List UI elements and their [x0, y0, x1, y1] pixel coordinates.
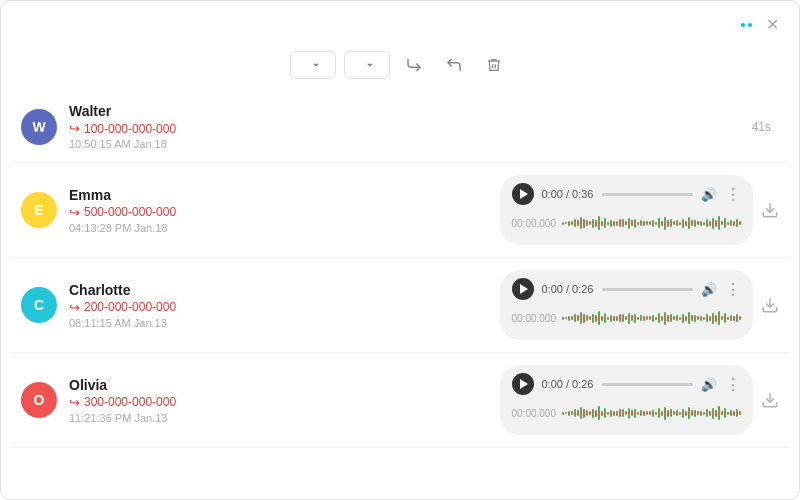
waveform-row-olivia: 00:00.000 — [512, 399, 742, 427]
volume-icon-emma[interactable]: 🔊 — [701, 187, 717, 202]
waveform-olivia — [562, 399, 741, 427]
outgoing-arrow-icon: ↪ — [69, 121, 80, 136]
download-icon-olivia[interactable] — [761, 391, 779, 409]
avatar-walter: W — [21, 109, 57, 145]
waveform-row-emma: 00:00.000 — [512, 209, 742, 237]
call-number-charlotte: ↪ 200-000-000-000 — [69, 300, 488, 315]
filter-calls-dropdown[interactable] — [344, 51, 390, 79]
call-name-olivia: Olivia — [69, 377, 488, 393]
audio-player-wrap-charlotte: 0:00 / 0:26🔊⋮00:00.000 — [500, 270, 780, 340]
audio-time-emma: 0:00 / 0:36 — [542, 188, 594, 200]
delete-button[interactable] — [478, 49, 510, 81]
play-button-emma[interactable] — [512, 183, 534, 205]
call-time-charlotte: 08:11:15 AM Jan.13 — [69, 317, 488, 329]
volume-icon-charlotte[interactable]: 🔊 — [701, 282, 717, 297]
call-info-walter: Walter↪ 100-000-000-00010:50:15 AM Jan.1… — [69, 103, 740, 150]
more-audio-icon-olivia[interactable]: ⋮ — [725, 375, 741, 394]
call-number-walter: ↪ 100-000-000-000 — [69, 121, 740, 136]
more-audio-icon-emma[interactable]: ⋮ — [725, 185, 741, 204]
download-icon-emma[interactable] — [761, 201, 779, 219]
waveform-charlotte — [562, 304, 741, 332]
audio-player-olivia: 0:00 / 0:26🔊⋮00:00.000 — [500, 365, 754, 435]
audio-controls-charlotte: 0:00 / 0:26🔊⋮ — [512, 278, 742, 300]
calls-window: ✕ WWalter↪ 100-000-000-00010:50:15 AM Ja… — [0, 0, 800, 500]
call-number-emma: ↪ 500-000-000-000 — [69, 205, 488, 220]
toolbar — [1, 43, 799, 91]
call-info-emma: Emma↪ 500-000-000-00004:13:28 PM Jan.18 — [69, 187, 488, 234]
audio-controls-olivia: 0:00 / 0:26🔊⋮ — [512, 373, 742, 395]
avatar-charlotte: C — [21, 287, 57, 323]
avatar-olivia: O — [21, 382, 57, 418]
call-info-charlotte: Charlotte↪ 200-000-000-00008:11:15 AM Ja… — [69, 282, 488, 329]
call-row-charlotte: CCharlotte↪ 200-000-000-00008:11:15 AM J… — [11, 258, 789, 353]
call-info-olivia: Olivia↪ 300-000-000-00011:21:36 PM Jan.1… — [69, 377, 488, 424]
calls-list: WWalter↪ 100-000-000-00010:50:15 AM Jan.… — [1, 91, 799, 499]
waveform-row-charlotte: 00:00.000 — [512, 304, 742, 332]
call-row-walter: WWalter↪ 100-000-000-00010:50:15 AM Jan.… — [11, 91, 789, 163]
audio-time-olivia: 0:00 / 0:26 — [542, 378, 594, 390]
reply-button[interactable] — [438, 49, 470, 81]
forward-button[interactable] — [398, 49, 430, 81]
call-time-emma: 04:13:28 PM Jan.18 — [69, 222, 488, 234]
waveform-time-charlotte: 00:00.000 — [512, 313, 557, 324]
audio-progress-olivia[interactable] — [602, 383, 694, 386]
download-icon-charlotte[interactable] — [761, 296, 779, 314]
audio-progress-emma[interactable] — [602, 193, 694, 196]
call-duration-walter: 41s — [752, 120, 771, 134]
call-name-walter: Walter — [69, 103, 740, 119]
close-icon[interactable]: ✕ — [766, 17, 779, 33]
call-number-olivia: ↪ 300-000-000-000 — [69, 395, 488, 410]
play-button-olivia[interactable] — [512, 373, 534, 395]
audio-player-charlotte: 0:00 / 0:26🔊⋮00:00.000 — [500, 270, 754, 340]
call-time-olivia: 11:21:36 PM Jan.13 — [69, 412, 488, 424]
waveform-time-olivia: 00:00.000 — [512, 408, 557, 419]
call-row-olivia: OOlivia↪ 300-000-000-00011:21:36 PM Jan.… — [11, 353, 789, 448]
waveform-emma — [562, 209, 741, 237]
call-name-charlotte: Charlotte — [69, 282, 488, 298]
outgoing-arrow-icon: ↪ — [69, 395, 80, 410]
call-row-emma: EEmma↪ 500-000-000-00004:13:28 PM Jan.18… — [11, 163, 789, 258]
avatar-emma: E — [21, 192, 57, 228]
audio-time-charlotte: 0:00 / 0:26 — [542, 283, 594, 295]
audio-progress-charlotte[interactable] — [602, 288, 694, 291]
outgoing-arrow-icon: ↪ — [69, 300, 80, 315]
filter-contacts-dropdown[interactable] — [290, 51, 336, 79]
title-bar: ✕ — [1, 1, 799, 43]
play-button-charlotte[interactable] — [512, 278, 534, 300]
call-time-walter: 10:50:15 AM Jan.18 — [69, 138, 740, 150]
audio-player-wrap-emma: 0:00 / 0:36🔊⋮00:00.000 — [500, 175, 780, 245]
more-options-icon[interactable] — [736, 15, 756, 35]
outgoing-arrow-icon: ↪ — [69, 205, 80, 220]
call-name-emma: Emma — [69, 187, 488, 203]
waveform-time-emma: 00:00.000 — [512, 218, 557, 229]
audio-controls-emma: 0:00 / 0:36🔊⋮ — [512, 183, 742, 205]
audio-player-wrap-olivia: 0:00 / 0:26🔊⋮00:00.000 — [500, 365, 780, 435]
title-bar-actions: ✕ — [736, 15, 779, 35]
more-audio-icon-charlotte[interactable]: ⋮ — [725, 280, 741, 299]
volume-icon-olivia[interactable]: 🔊 — [701, 377, 717, 392]
audio-player-emma: 0:00 / 0:36🔊⋮00:00.000 — [500, 175, 754, 245]
